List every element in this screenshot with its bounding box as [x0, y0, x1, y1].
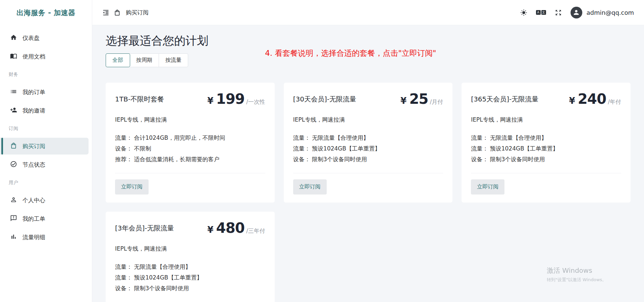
plan-name: [30天会员]-无限流量 — [293, 91, 356, 104]
sidebar-item-traffic-details[interactable]: 流量明细 — [0, 229, 89, 246]
sidebar-item-label: 流量明细 — [22, 233, 45, 241]
sidebar-section-label: 订阅 — [0, 125, 92, 132]
plan-details: 流量： 合计1024GB，用完即止，不限时间设备： 不限制推荐： 适合低流量消耗… — [115, 132, 265, 165]
bar-chart-icon — [10, 233, 17, 242]
subscribe-button[interactable]: 立即订阅 — [471, 179, 504, 195]
filter-tab-label: 按流量 — [165, 57, 181, 63]
tab-by-traffic[interactable]: 按流量 — [159, 54, 188, 67]
topbar-actions: A 文 admin@qq.com — [520, 7, 634, 18]
plan-currency: ¥ — [207, 225, 213, 235]
plan-card: [3年会员]-无限流量 ¥ 480 /三年付 IEPL专线，网速拉满 流量： 无… — [106, 212, 275, 302]
plan-subtitle: IEPL专线，网速拉满 — [115, 116, 265, 124]
sidebar-section-label: 用户 — [0, 179, 92, 186]
sidebar-item-my-orders[interactable]: 我的订单 — [0, 84, 89, 100]
user-menu[interactable]: admin@qq.com — [571, 7, 634, 18]
sidebar-item-docs[interactable]: 使用文档 — [0, 48, 89, 65]
plan-detail-line: 设备： 限制3个设备同时使用 — [471, 154, 621, 165]
plan-name: [3年会员]-无限流量 — [115, 220, 174, 233]
sidebar-nav: 仪表盘 使用文档 财务 我的订单 我的邀请 订阅 购买订阅 节点状态 用户 个人… — [0, 25, 92, 246]
sidebar-item-dashboard[interactable]: 仪表盘 — [0, 30, 89, 46]
person-add-icon — [10, 106, 17, 115]
collapse-sidebar-icon[interactable] — [102, 9, 109, 16]
ticket-chat-icon — [10, 215, 17, 223]
plan-name: 1TB-不限时套餐 — [115, 91, 164, 104]
language-cjk-box: 文 — [541, 10, 546, 15]
sidebar-item-label: 我的工单 — [22, 215, 45, 223]
plan-price: ¥ 240 /年付 — [569, 91, 621, 107]
avatar — [571, 7, 582, 18]
plan-subtitle: IEPL专线，网速拉满 — [115, 245, 265, 253]
sidebar-item-label: 购买订阅 — [22, 142, 45, 150]
plan-details: 流量： 无限流量【合理使用】流量： 预设1024GB【工单重置】设备： 限制3个… — [471, 132, 621, 165]
plan-detail-line: 设备： 限制3个设备同时使用 — [115, 283, 265, 294]
subscribe-button[interactable]: 立即订阅 — [293, 179, 327, 195]
plan-detail-line: 推荐： 适合低流量消耗，长期需要的客户 — [115, 154, 265, 165]
sidebar-item-my-invites[interactable]: 我的邀请 — [0, 102, 89, 119]
plan-period: /年付 — [608, 98, 621, 106]
home-icon — [10, 34, 17, 42]
filter-tab-label: 按周期 — [136, 57, 152, 63]
sidebar-item-purchase-subscription[interactable]: 购买订阅 — [0, 138, 89, 155]
subscribe-button[interactable]: 立即订阅 — [115, 179, 149, 195]
tab-by-period[interactable]: 按周期 — [130, 54, 159, 67]
plan-period: /一次性 — [246, 98, 265, 106]
sidebar-item-label: 个人中心 — [22, 197, 45, 204]
plan-card: [365天会员]-无限流量 ¥ 240 /年付 IEPL专线，网速拉满 流量： … — [462, 83, 631, 203]
sidebar-item-label: 使用文档 — [22, 53, 45, 60]
plan-detail-line: 流量： 无限流量【合理使用】 — [115, 261, 265, 272]
theme-light-icon[interactable] — [520, 9, 527, 16]
plan-detail-line: 流量： 预设1024GB【工单重置】 — [471, 143, 621, 154]
plan-detail-line: 流量： 预设1024GB【工单重置】 — [115, 272, 265, 283]
plan-detail-line: 流量： 无限流量【合理使用】 — [293, 132, 443, 143]
plan-price: ¥ 199 /一次性 — [207, 91, 265, 107]
plan-details: 流量： 无限流量【合理使用】流量： 预设1024GB【工单重置】设备： 限制3个… — [115, 261, 265, 294]
breadcrumb-label: 购买订阅 — [126, 9, 149, 16]
app-layout: 出海服务 - 加速器 仪表盘 使用文档 财务 我的订单 我的邀请 订阅 购买订阅… — [0, 0, 644, 302]
plan-currency: ¥ — [207, 96, 213, 106]
plan-detail-line: 设备： 不限制 — [115, 143, 265, 154]
plan-amount: 25 — [409, 91, 428, 107]
plan-detail-line: 流量： 预设1024GB【工单重置】 — [293, 143, 443, 154]
book-icon — [10, 52, 17, 61]
plan-amount: 480 — [216, 220, 245, 236]
sidebar-item-profile[interactable]: 个人中心 — [0, 192, 89, 209]
filter-tab-label: 全部 — [112, 57, 123, 63]
tab-all[interactable]: 全部 — [106, 54, 130, 67]
language-latin-box: A — [536, 10, 541, 15]
plan-amount: 240 — [578, 91, 606, 107]
plan-details: 流量： 无限流量【合理使用】流量： 预设1024GB【工单重置】设备： 限制3个… — [293, 132, 443, 165]
tutorial-annotation: 4. 看套餐说明，选择合适的套餐，点击"立即订阅" — [265, 48, 436, 58]
plan-card: 1TB-不限时套餐 ¥ 199 /一次性 IEPL专线，网速拉满 流量： 合计1… — [106, 83, 275, 203]
sidebar-item-my-tickets[interactable]: 我的工单 — [0, 210, 89, 227]
language-icon[interactable]: A 文 — [536, 10, 546, 15]
sidebar-item-label: 我的邀请 — [22, 107, 45, 115]
plan-detail-line: 流量： 合计1024GB，用完即止，不限时间 — [115, 132, 265, 143]
plan-period: /月付 — [430, 98, 443, 106]
app-logo[interactable]: 出海服务 - 加速器 — [0, 0, 92, 25]
plan-period: /三年付 — [246, 227, 265, 235]
plan-card: [30天会员]-无限流量 ¥ 25 /月付 IEPL专线，网速拉满 流量： 无限… — [284, 83, 453, 203]
sidebar: 出海服务 - 加速器 仪表盘 使用文档 财务 我的订单 我的邀请 订阅 购买订阅… — [0, 0, 92, 302]
shopping-bag-icon — [10, 142, 17, 150]
sidebar-item-label: 节点状态 — [22, 161, 45, 169]
person-icon — [10, 196, 17, 205]
plan-price: ¥ 25 /月付 — [400, 91, 443, 107]
topbar: 购买订阅 A 文 admin@qq.com — [92, 0, 644, 25]
plan-price: ¥ 480 /三年付 — [207, 220, 265, 236]
plan-currency: ¥ — [400, 96, 407, 106]
page-title: 选择最适合您的计划 — [106, 33, 631, 49]
shopping-bag-icon — [114, 9, 121, 16]
sidebar-item-label: 仪表盘 — [22, 34, 40, 42]
list-icon — [10, 88, 17, 96]
user-email: admin@qq.com — [587, 9, 634, 16]
main-column: 购买订阅 A 文 admin@qq.com — [92, 0, 644, 302]
plan-subtitle: IEPL专线，网速拉满 — [471, 116, 621, 124]
sidebar-item-node-status[interactable]: 节点状态 — [0, 156, 89, 173]
plans-grid: 1TB-不限时套餐 ¥ 199 /一次性 IEPL专线，网速拉满 流量： 合计1… — [106, 83, 631, 302]
sidebar-section-label: 财务 — [0, 71, 92, 78]
breadcrumb: 购买订阅 — [102, 9, 149, 16]
content-area: 选择最适合您的计划 全部按周期按流量 4. 看套餐说明，选择合适的套餐，点击"立… — [92, 25, 644, 302]
check-circle-icon — [10, 161, 17, 169]
fullscreen-icon[interactable] — [555, 9, 562, 16]
plan-detail-line: 设备： 限制3个设备同时使用 — [293, 154, 443, 165]
